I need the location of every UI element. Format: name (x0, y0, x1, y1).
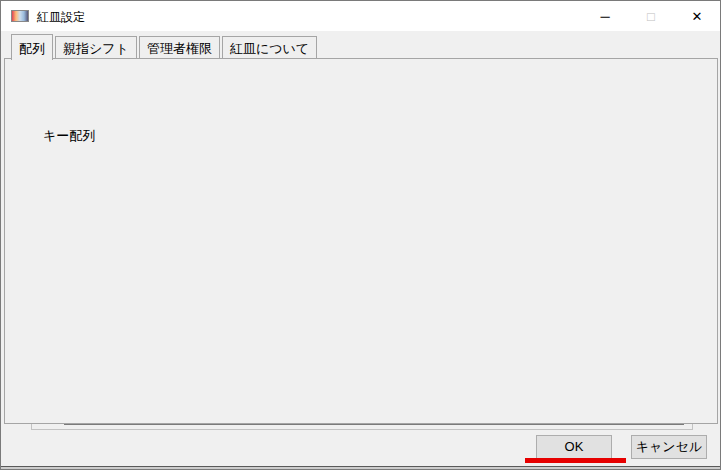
title-bar[interactable]: 紅皿設定 ─ □ ✕ (1, 1, 720, 31)
tab-about[interactable]: 紅皿について (222, 36, 317, 58)
key-layout-group-title: キー配列 (39, 127, 99, 145)
window-bottom-edge (1, 466, 720, 470)
tab-admin-rights[interactable]: 管理者権限 (139, 36, 220, 58)
cancel-button[interactable]: キャンセル (631, 435, 707, 459)
close-icon[interactable]: ✕ (674, 1, 720, 31)
minimize-icon[interactable]: ─ (582, 1, 628, 31)
window-title: 紅皿設定 (37, 9, 85, 26)
tab-layout[interactable]: 配列 (11, 34, 53, 60)
annotation-underline-ok (525, 458, 626, 463)
ok-button[interactable]: OK (536, 435, 612, 459)
tab-bar: 配列親指シフト管理者権限紅皿について (11, 34, 319, 58)
maximize-icon: □ (628, 1, 674, 31)
app-icon (11, 10, 29, 22)
tab-page-layout (4, 58, 718, 424)
tab-thumb-shift[interactable]: 親指シフト (55, 36, 137, 58)
settings-dialog: 紅皿設定 ─ □ ✕ 配列親指シフト管理者権限紅皿について 配列定義ファイル: … (0, 0, 721, 470)
